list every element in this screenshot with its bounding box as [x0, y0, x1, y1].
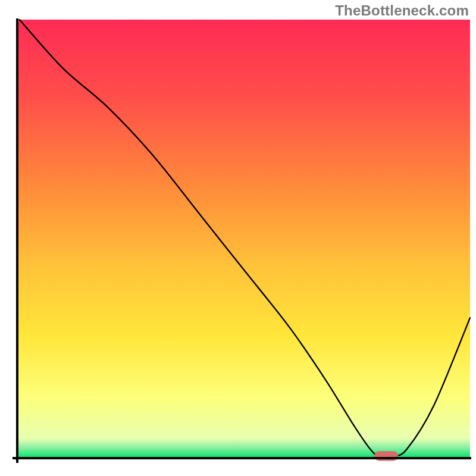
- chart-container: TheBottleneck.com: [0, 0, 476, 476]
- plot-background: [17, 20, 470, 458]
- watermark-text: TheBottleneck.com: [335, 2, 469, 19]
- chart-svg: [0, 0, 476, 476]
